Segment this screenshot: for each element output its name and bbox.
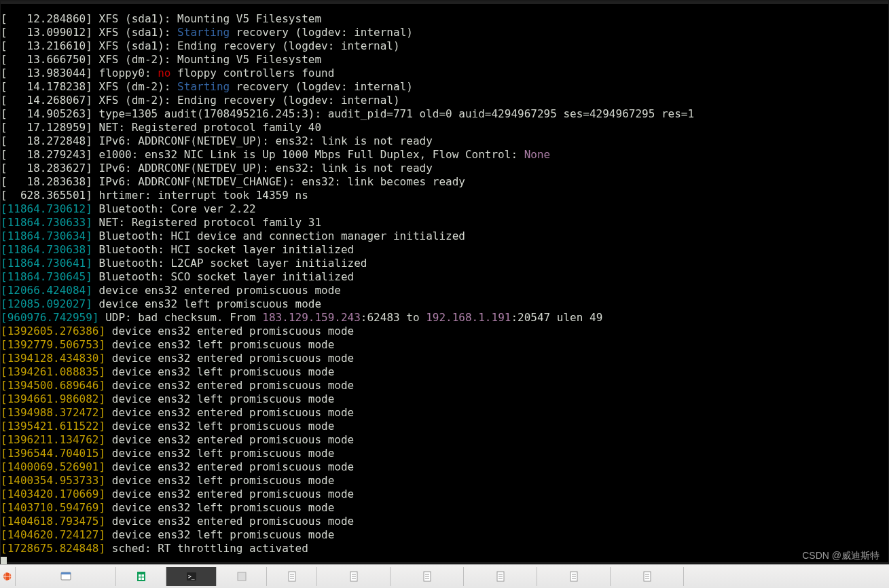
terminal-output[interactable]: [ 12.284860] XFS (sda1): Mounting V5 Fil… — [1, 1, 888, 562]
timestamp: 1403710.594769 — [7, 501, 99, 514]
timestamp: 1394128.434830 — [7, 352, 99, 365]
log-line: [1404618.793475] device ens32 entered pr… — [1, 515, 888, 528]
log-text: Bluetooth: SCO socket layer initialized — [92, 270, 354, 283]
watermark-text: CSDN @威迪斯特 — [802, 550, 879, 562]
timestamp: 12066.424084 — [7, 284, 86, 297]
log-text: Starting — [177, 26, 230, 39]
taskbar: >_ — [0, 564, 889, 588]
log-text: XFS (sda1): Mounting V5 Filesystem — [92, 12, 321, 25]
log-text: device ens32 entered promiscuous mode — [105, 460, 354, 473]
svg-rect-2 — [61, 572, 71, 574]
log-line: [ 14.178238] XFS (dm-2): Starting recove… — [1, 80, 888, 94]
doc-icon — [422, 571, 433, 582]
log-line: [1403420.170669] device ens32 entered pr… — [1, 488, 888, 501]
timestamp: 960976.742959 — [7, 311, 92, 324]
timestamp: 12085.092027 — [7, 297, 86, 310]
timestamp: 13.666750 — [7, 53, 86, 66]
globe-icon — [2, 571, 13, 582]
timestamp: 14.905263 — [7, 107, 86, 120]
log-line: [11864.730633] NET: Registered protocol … — [1, 216, 888, 229]
timestamp: 12.284860 — [7, 12, 86, 25]
timestamp: 18.272848 — [7, 134, 86, 147]
log-text: device ens32 left promiscuous mode — [105, 447, 334, 460]
log-text: device ens32 left promiscuous mode — [105, 338, 334, 351]
log-text: Bluetooth: L2CAP socket layer initialize… — [92, 257, 367, 270]
timestamp: 18.283638 — [7, 175, 86, 188]
log-text: Bluetooth: Core ver 2.22 — [92, 202, 256, 215]
log-text: Starting — [177, 80, 230, 93]
task-item-3[interactable]: >_ — [166, 567, 217, 586]
task-item-9[interactable] — [537, 567, 611, 586]
log-line: [ 18.272848] IPv6: ADDRCONF(NETDEV_UP): … — [1, 134, 888, 148]
timestamp: 14.178238 — [7, 80, 86, 93]
timestamp: 11864.730638 — [7, 243, 86, 256]
log-text: device ens32 entered promiscuous mode — [105, 488, 354, 500]
log-line: [1396211.134762] device ens32 entered pr… — [1, 433, 888, 447]
task-item-2[interactable] — [116, 567, 166, 586]
log-line: [12085.092027] device ens32 left promisc… — [1, 297, 888, 311]
log-line: [ 14.905263] type=1305 audit(1708495216.… — [1, 107, 888, 121]
log-line: [1394500.689646] device ens32 entered pr… — [1, 379, 888, 392]
doc-icon — [287, 571, 297, 582]
log-text: None — [524, 148, 551, 161]
task-item-10[interactable] — [611, 567, 684, 586]
log-text: device ens32 left promiscuous mode — [105, 501, 334, 514]
timestamp: 1396544.704015 — [7, 447, 99, 460]
task-item-7[interactable] — [391, 567, 464, 586]
timestamp: 18.283627 — [7, 162, 86, 174]
log-line: [ 18.279243] e1000: ens32 NIC Link is Up… — [1, 148, 888, 162]
log-line: [11864.730645] Bluetooth: SCO socket lay… — [1, 270, 888, 284]
task-item-5[interactable] — [267, 567, 317, 586]
log-text: sched: RT throttling activated — [105, 542, 308, 555]
task-item-1[interactable] — [16, 567, 116, 586]
log-line: [11864.730638] Bluetooth: HCI socket lay… — [1, 243, 888, 257]
timestamp: 1394988.372472 — [7, 406, 99, 419]
log-text: device ens32 left promiscuous mode — [105, 474, 334, 487]
timestamp: 1396211.134762 — [7, 433, 99, 446]
svg-text:>_: >_ — [188, 574, 195, 580]
app-menu-icon[interactable] — [0, 567, 16, 586]
log-text: 183.129.159.243 — [262, 311, 361, 324]
log-line: [ 14.268067] XFS (dm-2): Ending recovery… — [1, 94, 888, 107]
timestamp: 13.099012 — [7, 26, 86, 39]
log-text: hrtimer: interrupt took 14359 ns — [92, 189, 308, 202]
log-line: [ 13.666750] XFS (dm-2): Mounting V5 Fil… — [1, 53, 888, 67]
log-text: type=1305 audit(1708495216.245:3): audit… — [92, 107, 694, 120]
doc-icon — [642, 571, 653, 582]
timestamp: 1392605.276386 — [7, 325, 99, 337]
log-line: [1394988.372472] device ens32 entered pr… — [1, 406, 888, 420]
log-line: [960976.742959] UDP: bad checksum. From … — [1, 311, 888, 325]
task-item-8[interactable] — [464, 567, 537, 586]
timestamp: 1403420.170669 — [7, 488, 99, 500]
timestamp: 1404620.724127 — [7, 528, 99, 541]
log-text: device ens32 left promiscuous mode — [92, 297, 321, 310]
timestamp: 1400354.953733 — [7, 474, 99, 487]
task-item-6[interactable] — [317, 567, 391, 586]
log-text: device ens32 left promiscuous mode — [105, 365, 334, 378]
timestamp: 11864.730633 — [7, 216, 86, 229]
log-text: Bluetooth: HCI socket layer initialized — [92, 243, 354, 256]
timestamp: 11864.730641 — [7, 257, 86, 270]
log-text: device ens32 entered promiscuous mode — [92, 284, 341, 297]
log-text: NET: Registered protocol family 31 — [92, 216, 321, 229]
window-icon — [60, 571, 71, 582]
log-line: [ 12.284860] XFS (sda1): Mounting V5 Fil… — [1, 12, 888, 26]
timestamp: 1404618.793475 — [7, 515, 99, 528]
log-line: [11864.730634] Bluetooth: HCI device and… — [1, 229, 888, 243]
log-line: [ 13.983044] floppy0: no floppy controll… — [1, 67, 888, 80]
log-line: [1396544.704015] device ens32 left promi… — [1, 447, 888, 460]
log-text: no — [158, 67, 170, 79]
log-text: device ens32 entered promiscuous mode — [105, 352, 354, 365]
timestamp: 17.128959 — [7, 121, 86, 134]
timestamp: 13.216610 — [7, 39, 86, 52]
timestamp: 11864.730634 — [7, 229, 86, 242]
log-text: device ens32 entered promiscuous mode — [105, 433, 354, 446]
log-line: [11864.730641] Bluetooth: L2CAP socket l… — [1, 257, 888, 270]
log-line: [1395421.611522] device ens32 left promi… — [1, 420, 888, 433]
timestamp: 1400069.526901 — [7, 460, 99, 473]
task-item-4[interactable] — [217, 567, 267, 586]
log-text: IPv6: ADDRCONF(NETDEV_CHANGE): ens32: li… — [92, 175, 465, 188]
log-text: XFS (dm-2): Ending recovery (logdev: int… — [92, 94, 400, 107]
log-text: Bluetooth: HCI device and connection man… — [92, 229, 465, 242]
terminal-icon: >_ — [186, 571, 197, 582]
